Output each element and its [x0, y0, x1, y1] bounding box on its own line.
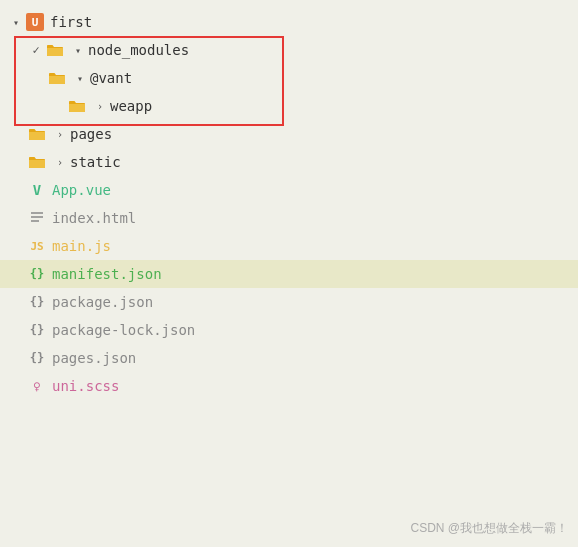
app-vue-label: App.vue [52, 182, 111, 198]
file-manifest-json[interactable]: {} manifest.json [0, 260, 578, 288]
folder-static[interactable]: static [0, 148, 578, 176]
folder-icon-weapp [68, 98, 86, 114]
folder-weapp[interactable]: weapp [0, 92, 578, 120]
root-arrow[interactable] [8, 14, 24, 30]
main-js-label: main.js [52, 238, 111, 254]
js-icon: JS [28, 238, 46, 254]
folder-pages[interactable]: pages [0, 120, 578, 148]
pages-json-label: pages.json [52, 350, 136, 366]
folder-icon-vant [48, 70, 66, 86]
json-active-icon: {} [28, 266, 46, 282]
static-label: static [70, 154, 121, 170]
pages-arrow[interactable] [52, 126, 68, 142]
node-modules-label: node_modules [88, 42, 189, 58]
folder-node-modules[interactable]: ✓ node_modules [0, 36, 578, 64]
root-icon: U [26, 13, 44, 31]
vue-icon: V [28, 182, 46, 198]
file-package-lock-json[interactable]: {} package-lock.json [0, 316, 578, 344]
html-icon [28, 210, 46, 226]
package-json-label: package.json [52, 294, 153, 310]
weapp-arrow[interactable] [92, 98, 108, 114]
manifest-json-label: manifest.json [52, 266, 162, 282]
pages-label: pages [70, 126, 112, 142]
json-icon-3: {} [28, 350, 46, 366]
vant-arrow[interactable] [72, 70, 88, 86]
check-icon: ✓ [28, 42, 44, 58]
node-modules-arrow[interactable] [70, 42, 86, 58]
file-package-json[interactable]: {} package.json [0, 288, 578, 316]
file-main-js[interactable]: JS main.js [0, 232, 578, 260]
file-app-vue[interactable]: V App.vue [0, 176, 578, 204]
scss-icon: ♀ [28, 378, 46, 394]
weapp-label: weapp [110, 98, 152, 114]
folder-icon-pages [28, 126, 46, 142]
file-index-html[interactable]: index.html [0, 204, 578, 232]
uni-scss-label: uni.scss [52, 378, 119, 394]
root-label: first [50, 14, 92, 30]
root-item[interactable]: U first [0, 8, 578, 36]
watermark: CSDN @我也想做全栈一霸！ [410, 520, 568, 537]
json-icon-1: {} [28, 294, 46, 310]
folder-icon-static [28, 154, 46, 170]
vant-label: @vant [90, 70, 132, 86]
json-icon-2: {} [28, 322, 46, 338]
index-html-label: index.html [52, 210, 136, 226]
file-pages-json[interactable]: {} pages.json [0, 344, 578, 372]
package-lock-json-label: package-lock.json [52, 322, 195, 338]
folder-vant[interactable]: @vant [0, 64, 578, 92]
static-arrow[interactable] [52, 154, 68, 170]
file-uni-scss[interactable]: ♀ uni.scss [0, 372, 578, 400]
file-tree: U first ✓ node_modules @vant [0, 0, 578, 408]
folder-icon-node-modules [46, 42, 64, 58]
